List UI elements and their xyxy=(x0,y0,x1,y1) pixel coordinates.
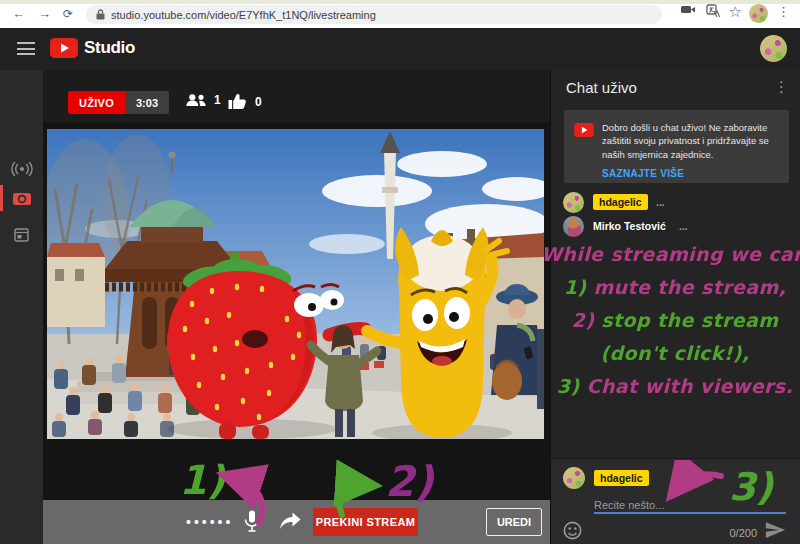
window-top-strip xyxy=(0,0,800,4)
player-control-bar: •••••• PREKINI STREAM UREDI xyxy=(43,500,550,544)
live-chat-panel: Chat uživo ⋮ Dobro došli u chat uživo! N… xyxy=(550,70,800,544)
chat-header: Chat uživo ⋮ xyxy=(551,70,800,106)
share-arrow-icon xyxy=(279,512,301,530)
chat-input-section: hdagelic 0/200 xyxy=(551,458,800,544)
sidebar-item-webcam[interactable] xyxy=(0,184,43,214)
sidebar-item-stream-status[interactable] xyxy=(0,154,43,184)
like-count: 0 xyxy=(255,95,262,109)
studio-header: Studio xyxy=(0,28,800,70)
microphone-icon xyxy=(244,510,260,533)
chat-menu-icon[interactable]: ⋮ xyxy=(774,78,789,96)
chat-author: Mirko Testović xyxy=(593,220,666,232)
learn-more-link[interactable]: SAZNAJTE VIŠE xyxy=(602,168,684,179)
audio-level-indicator: •••••• xyxy=(186,514,233,530)
emoji-button[interactable] xyxy=(563,521,582,544)
marker-1-label: 1) xyxy=(179,457,227,503)
app-title: Studio xyxy=(84,38,135,58)
browser-profile-avatar[interactable] xyxy=(749,4,768,23)
annotation-step-1: 1) mute the stream, xyxy=(541,276,800,298)
chat-title: Chat uživo xyxy=(566,79,637,96)
sidebar-item-manage[interactable] xyxy=(0,219,43,249)
chat-welcome-text: Dobro došli u chat uživo! Ne zaboravite … xyxy=(602,121,779,161)
live-control-room: UŽIVO 3:03 1 0 xyxy=(43,70,550,544)
browser-toolbar: ← → ⟳ studio.youtube.com/video/E7YfhK_t1… xyxy=(0,0,800,28)
address-bar[interactable]: studio.youtube.com/video/E7YfhK_t1NQ/liv… xyxy=(86,5,662,24)
hamburger-menu-icon[interactable] xyxy=(17,42,35,55)
share-button[interactable] xyxy=(279,512,301,534)
chat-message-row[interactable]: hdagelic ... xyxy=(551,192,800,216)
youtube-logo-icon xyxy=(50,38,78,58)
studio-logo[interactable]: Studio xyxy=(50,38,135,58)
chat-message-row[interactable]: Mirko Testović ... xyxy=(551,216,800,240)
calendar-icon xyxy=(14,227,29,242)
browser-back-button[interactable]: ← xyxy=(12,5,25,23)
chat-message-input[interactable] xyxy=(594,497,786,513)
account-avatar[interactable] xyxy=(760,35,787,62)
send-message-button[interactable] xyxy=(765,521,786,543)
viewer-count: 1 xyxy=(214,93,221,107)
browser-menu-icon[interactable]: ⋮ xyxy=(777,3,790,21)
studio-sidebar xyxy=(0,70,43,544)
browser-reload-button[interactable]: ⟳ xyxy=(63,5,73,23)
mute-mic-button[interactable] xyxy=(244,510,260,537)
annotation-heading: While streaming we can: xyxy=(541,243,800,265)
chat-input-username: hdagelic xyxy=(594,470,649,486)
char-counter: 0/200 xyxy=(729,527,757,539)
translate-icon[interactable] xyxy=(706,4,720,18)
thumbs-up-icon xyxy=(228,93,248,110)
viewer-count-stat: 1 xyxy=(185,93,221,107)
edit-button[interactable]: UREDI xyxy=(486,508,542,536)
stream-timer: 3:03 xyxy=(125,91,169,114)
browser-forward-button[interactable]: → xyxy=(38,5,51,23)
viewers-icon xyxy=(185,93,207,107)
live-badge: UŽIVO xyxy=(68,91,125,114)
chat-avatar[interactable] xyxy=(563,216,584,237)
chat-message-text: ... xyxy=(679,220,688,232)
padlock-icon xyxy=(96,9,105,20)
bookmark-star-icon[interactable]: ☆ xyxy=(729,3,742,21)
marker-2-label: 2) xyxy=(385,457,435,506)
chat-welcome-card: Dobro došli u chat uživo! Ne zaboravite … xyxy=(564,110,789,183)
annotation-step-3: 3) Chat with viewers. xyxy=(541,375,800,397)
input-focus-underline xyxy=(594,512,786,514)
stream-status-bar: UŽIVO 3:03 1 0 xyxy=(43,70,550,122)
live-video-preview[interactable] xyxy=(47,129,544,439)
send-icon xyxy=(765,521,786,539)
youtube-icon xyxy=(574,123,594,137)
chat-user-avatar[interactable] xyxy=(563,467,585,489)
emoji-icon xyxy=(563,521,582,540)
annotation-step-2: 2) stop the stream xyxy=(541,309,800,331)
media-device-icon[interactable] xyxy=(681,4,696,15)
chat-message-text: ... xyxy=(656,196,665,208)
youtube-studio-livestream-page: ← → ⟳ studio.youtube.com/video/E7YfhK_t1… xyxy=(0,0,800,544)
camera-icon xyxy=(13,192,31,206)
broadcast-icon xyxy=(11,162,33,176)
chat-avatar[interactable] xyxy=(563,192,584,213)
like-count-stat: 0 xyxy=(228,93,262,110)
annotation-notes: While streaming we can: 1) mute the stre… xyxy=(541,243,800,408)
annotation-step-2-cont: (don't click!), xyxy=(541,342,800,364)
url-text: studio.youtube.com/video/E7YfhK_t1NQ/liv… xyxy=(111,9,376,21)
chat-author-owner-badge: hdagelic xyxy=(593,194,648,210)
stream-scene xyxy=(47,129,544,439)
stop-stream-button[interactable]: PREKINI STREAM xyxy=(313,508,418,536)
